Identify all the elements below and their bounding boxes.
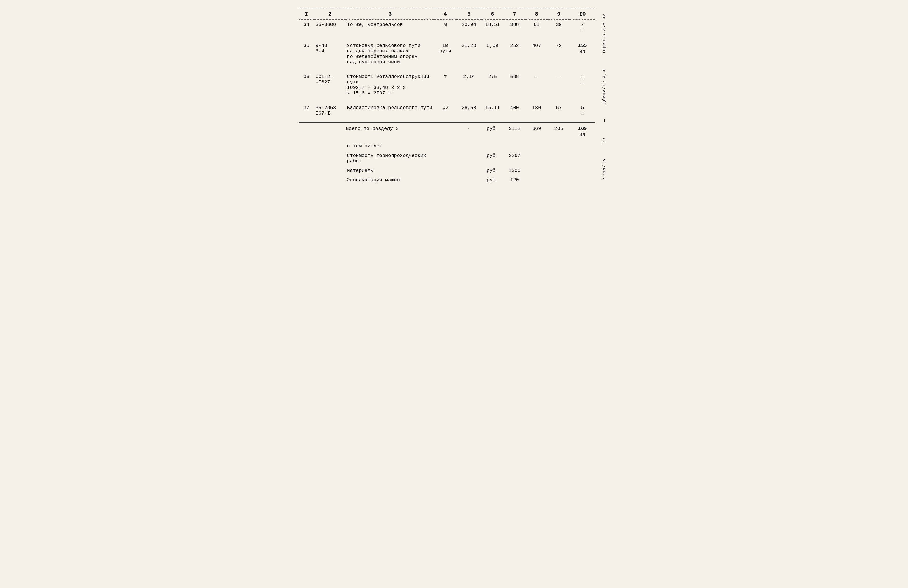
subtotal-row-1: Стоимость горнопроходческихработ руб. 22… — [299, 152, 595, 165]
row-34-col8: 8I — [526, 19, 548, 36]
row-37-col8: I30 — [526, 103, 548, 119]
subtotals-label: в том числе: — [346, 141, 434, 149]
header-col-3: 3 — [346, 9, 434, 19]
side-labels: ТПрМЭ-3-475.42 Дб60м/IV 4,4 — 73 9394/15 — [597, 6, 612, 187]
row-37-col5: 26,50 — [456, 103, 481, 119]
header-col-7: 7 — [504, 9, 526, 19]
subtotal-2-value: I306 — [504, 167, 526, 174]
total-col7: 3II2 — [504, 123, 526, 138]
row-34-code: 35-3600 — [314, 19, 346, 36]
row-36-id: 36 — [299, 72, 314, 98]
subtotal-row-2: Материалы руб. I306 — [299, 167, 595, 174]
row-35-code: 9-43 6-4 — [314, 40, 346, 67]
subtotal-3-value: I20 — [504, 176, 526, 184]
side-label-number: 73 — [602, 138, 607, 143]
subtotal-3-label: Эксплуатация машин — [346, 176, 434, 184]
total-col6: руб. — [481, 123, 504, 138]
header-col-6: 6 — [481, 9, 504, 19]
row-36-desc: Стоимость металлоконструкций путиI092,7 … — [346, 72, 434, 98]
row-34-col10: 7 — — [570, 19, 595, 36]
total-col2 — [314, 123, 346, 138]
row-34-col7: 388 — [504, 19, 526, 36]
row-37-desc: Балластировка рельсового пути — [346, 103, 434, 119]
subtotals-label-row: в том числе: — [299, 141, 595, 149]
row-36-col8: — — [526, 72, 548, 98]
subtotal-row-3: Эксплуатация машин руб. I20 — [299, 176, 595, 184]
row-37-code: 35-2853 I67-I — [314, 103, 346, 119]
row-35-col7: 252 — [504, 40, 526, 67]
total-col4 — [434, 123, 456, 138]
header-col-4: 4 — [434, 9, 456, 19]
row-34-col6: I8,5I — [481, 19, 504, 36]
main-table: I 2 3 4 5 6 7 8 9 IO 34 35-3600 То же, к… — [299, 9, 595, 184]
header-col-9: 9 — [548, 9, 570, 19]
subtotal-3-unit: руб. — [481, 176, 504, 184]
row-34-desc: То же, контррельсов — [346, 19, 434, 36]
subtotal-2-unit: руб. — [481, 167, 504, 174]
table-row: 37 35-2853 I67-I Балластировка рельсовог… — [299, 103, 595, 119]
row-37-col7: 400 — [504, 103, 526, 119]
row-34-col5: 20,94 — [456, 19, 481, 36]
row-35-desc: Установка рельсового путина двутавровых … — [346, 40, 434, 67]
header-col-5: 5 — [456, 9, 481, 19]
row-36-code: ССШ-2- -I827 — [314, 72, 346, 98]
row-35-col6: 8,09 — [481, 40, 504, 67]
total-col10: I69 49 — [570, 123, 595, 138]
row-35-col9: 72 — [548, 40, 570, 67]
subtotal-1-unit: руб. — [481, 152, 504, 165]
row-35-id: 35 — [299, 40, 314, 67]
header-col-1: I — [299, 9, 314, 19]
row-36-col7: 588 — [504, 72, 526, 98]
subtotal-2-label: Материалы — [346, 167, 434, 174]
row-35-col8: 407 — [526, 40, 548, 67]
table-header-row: I 2 3 4 5 6 7 8 9 IO — [299, 9, 595, 19]
row-34-id: 34 — [299, 19, 314, 36]
row-34-unit: м — [434, 19, 456, 36]
row-37-unit: м3 — [434, 103, 456, 119]
side-label-middle: Дб60м/IV 4,4 — [602, 69, 607, 104]
row-37-id: 37 — [299, 103, 314, 119]
row-35-unit: Iм пути — [434, 40, 456, 67]
side-label-bottom: 9394/15 — [602, 159, 607, 179]
row-36-col5: 2,I4 — [456, 72, 481, 98]
total-col8: 669 — [526, 123, 548, 138]
total-col5: · — [456, 123, 481, 138]
row-37-col9: 67 — [548, 103, 570, 119]
header-col-10: IO — [570, 9, 595, 19]
header-col-8: 8 — [526, 9, 548, 19]
row-36-unit: т — [434, 72, 456, 98]
row-36-col10: = — — [570, 72, 595, 98]
table-row: 34 35-3600 То же, контррельсов м 20,94 I… — [299, 19, 595, 36]
row-36-col9: — — [548, 72, 570, 98]
row-37-col10: 5 — — [570, 103, 595, 119]
total-col1 — [299, 123, 314, 138]
table-row: 35 9-43 6-4 Установка рельсового путина … — [299, 40, 595, 67]
total-row: Всего по разделу 3 · руб. 3II2 669 205 I… — [299, 123, 595, 138]
subtotal-1-label: Стоимость горнопроходческихработ — [346, 152, 434, 165]
header-col-2: 2 — [314, 9, 346, 19]
side-label-dash: — — [602, 119, 607, 122]
page-wrapper: ТПрМЭ-3-475.42 Дб60м/IV 4,4 — 73 9394/15… — [296, 6, 612, 187]
side-label-top: ТПрМЭ-3-475.42 — [602, 13, 607, 54]
total-label: Всего по разделу 3 — [346, 123, 434, 138]
table-row: 36 ССШ-2- -I827 Стоимость металлоконстру… — [299, 72, 595, 98]
total-col9: 205 — [548, 123, 570, 138]
row-34-col9: 39 — [548, 19, 570, 36]
row-36-col6: 275 — [481, 72, 504, 98]
subtotal-1-value: 2267 — [504, 152, 526, 165]
row-35-col10: I55 49 — [570, 40, 595, 67]
row-37-col6: I5,II — [481, 103, 504, 119]
row-35-col5: 3I,20 — [456, 40, 481, 67]
